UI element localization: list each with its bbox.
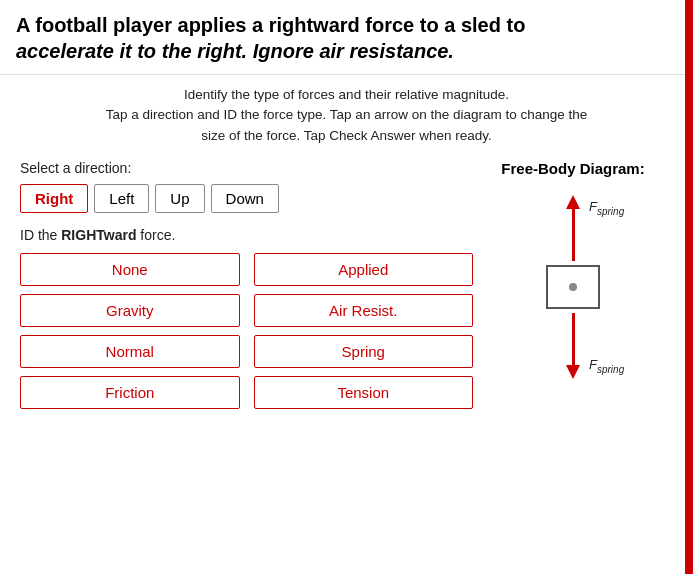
instruction-line2: Tap a direction and ID the force type. T… xyxy=(106,107,588,122)
left-panel: Select a direction: Right Left Up Down I… xyxy=(20,160,473,409)
f-spring-bottom-sub: spring xyxy=(597,364,624,375)
body: Identify the type of forces and their re… xyxy=(0,75,693,419)
f-spring-top-label: Fspring xyxy=(589,199,624,217)
instruction-line1: Identify the type of forces and their re… xyxy=(184,87,509,102)
header-line2: accelerate it to the right. Ignore air r… xyxy=(16,40,454,62)
id-force-label: ID the RIGHTward force. xyxy=(20,227,473,243)
force-none-button[interactable]: None xyxy=(20,253,240,286)
arrow-down[interactable] xyxy=(566,313,580,379)
right-panel: Free-Body Diagram: Fspring xyxy=(473,160,673,409)
main-row: Select a direction: Right Left Up Down I… xyxy=(20,160,673,409)
instructions: Identify the type of forces and their re… xyxy=(20,85,673,146)
direction-right-button[interactable]: Right xyxy=(20,184,88,213)
arrow-up-head xyxy=(566,195,580,209)
force-gravity-button[interactable]: Gravity xyxy=(20,294,240,327)
sled-dot xyxy=(569,283,577,291)
f-spring-top-f: F xyxy=(589,199,597,214)
force-grid: None Applied Gravity Air Resist. Normal … xyxy=(20,253,473,409)
header-line1: A football player applies a rightward fo… xyxy=(16,14,525,36)
force-spring-button[interactable]: Spring xyxy=(254,335,474,368)
force-applied-button[interactable]: Applied xyxy=(254,253,474,286)
header-text: A football player applies a rightward fo… xyxy=(16,12,677,64)
force-airresist-button[interactable]: Air Resist. xyxy=(254,294,474,327)
sled-box xyxy=(546,265,600,309)
arrow-up-line xyxy=(572,209,575,261)
main-container: A football player applies a rightward fo… xyxy=(0,0,693,574)
force-tension-button[interactable]: Tension xyxy=(254,376,474,409)
header: A football player applies a rightward fo… xyxy=(0,0,693,75)
f-spring-bottom-label: Fspring xyxy=(589,357,624,375)
id-force-bold: RIGHTward xyxy=(61,227,136,243)
id-force-prefix: ID the xyxy=(20,227,61,243)
force-friction-button[interactable]: Friction xyxy=(20,376,240,409)
diagram-area: Fspring Fspring xyxy=(493,187,653,387)
force-normal-button[interactable]: Normal xyxy=(20,335,240,368)
free-body-label: Free-Body Diagram: xyxy=(501,160,644,177)
direction-left-button[interactable]: Left xyxy=(94,184,149,213)
direction-buttons: Right Left Up Down xyxy=(20,184,473,213)
arrow-down-line xyxy=(572,313,575,365)
f-spring-top-sub: spring xyxy=(597,205,624,216)
select-direction-label: Select a direction: xyxy=(20,160,473,176)
f-spring-bottom-f: F xyxy=(589,357,597,372)
arrow-down-head xyxy=(566,365,580,379)
instruction-line3: size of the force. Tap Check Answer when… xyxy=(201,128,492,143)
direction-up-button[interactable]: Up xyxy=(155,184,204,213)
direction-down-button[interactable]: Down xyxy=(211,184,279,213)
red-right-bar xyxy=(685,0,693,574)
id-force-suffix: force. xyxy=(136,227,175,243)
arrow-up[interactable] xyxy=(566,195,580,261)
